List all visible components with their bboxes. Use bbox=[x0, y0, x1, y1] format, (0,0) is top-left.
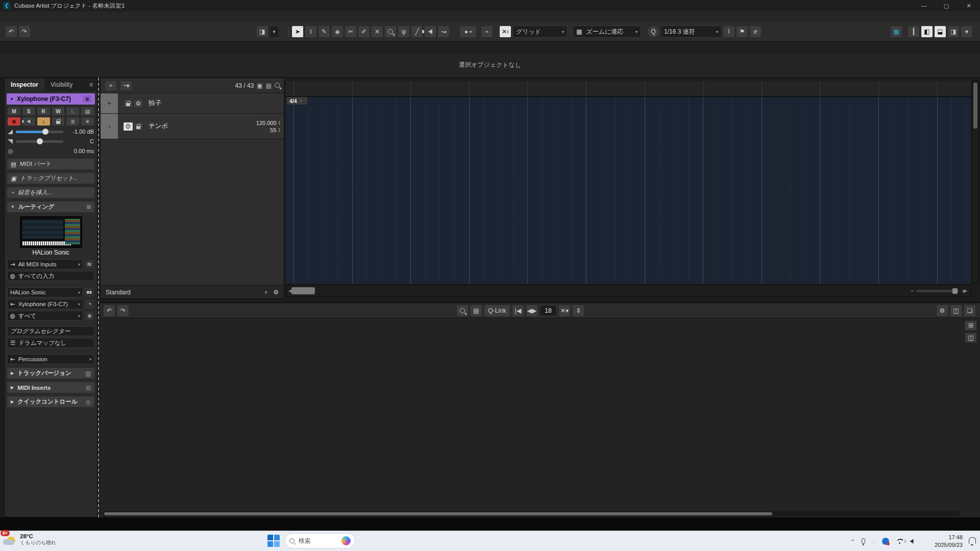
mute-tool[interactable]: ✕ bbox=[371, 26, 383, 38]
range-select-tool[interactable]: I bbox=[305, 26, 317, 38]
tempo-track-row[interactable]: ♪ ⏼ テンポ 120.000▲▼ 55▲▼ bbox=[101, 114, 284, 139]
track-visibility-icon[interactable]: ▣ bbox=[257, 82, 262, 89]
section-midi-part[interactable]: ▤ MIDI パート bbox=[7, 159, 94, 169]
volume-icon[interactable] bbox=[910, 539, 913, 544]
zoom-slider[interactable]: – ＋ bbox=[911, 287, 967, 295]
midi-note-button[interactable]: ♪ bbox=[37, 117, 51, 126]
left-zone-toggle[interactable]: ◧ bbox=[921, 26, 933, 38]
qlink-button[interactable]: Q-Link bbox=[484, 305, 510, 317]
copilot-icon[interactable] bbox=[341, 536, 351, 545]
output-channel-dropdown[interactable]: ◍ すべて▾ bbox=[7, 311, 83, 321]
quantize-edit-icon[interactable]: e bbox=[749, 26, 762, 38]
midi-input-dropdown[interactable]: ⇥ All MIDI Inputs▾ bbox=[7, 259, 83, 269]
wifi-icon[interactable] bbox=[896, 539, 903, 544]
line-tool[interactable]: ╱ bbox=[411, 26, 423, 38]
output-instrument-dropdown[interactable]: HALion Sonic▾ bbox=[7, 287, 83, 297]
section-insert-recording[interactable]: ◔ 録音を挿入... bbox=[7, 187, 94, 198]
mix-undo-button[interactable]: ↶ bbox=[103, 305, 115, 317]
minimize-button[interactable]: — bbox=[913, 0, 935, 11]
undo-button[interactable]: ↶ bbox=[5, 26, 17, 38]
setup-toolbar-icon[interactable]: ▾ bbox=[961, 26, 973, 38]
mix-zoom-icon[interactable]: ✕▾ bbox=[558, 305, 571, 317]
automation-dropdown[interactable]: ▾ bbox=[270, 26, 279, 37]
section-routing[interactable]: ▼ ルーティング ⊞ bbox=[7, 202, 94, 212]
nav-arrows-icon[interactable]: ◀▶ bbox=[526, 305, 538, 317]
play-tool[interactable] bbox=[424, 26, 436, 38]
arrange-vscrollbar[interactable] bbox=[972, 81, 979, 284]
write-button[interactable]: W bbox=[52, 107, 65, 116]
search-box[interactable]: 検索 bbox=[285, 533, 355, 548]
mute-button[interactable]: M bbox=[7, 107, 21, 116]
delay-value[interactable]: 0.00 ms bbox=[66, 148, 94, 154]
notification-bell-icon[interactable] bbox=[969, 537, 976, 544]
routing-extra-icon[interactable]: ⊞ bbox=[87, 204, 91, 210]
glue-tool[interactable]: ✐ bbox=[358, 26, 370, 38]
track-preset-name[interactable]: Standard bbox=[106, 289, 131, 296]
map-output-dropdown[interactable]: ⇤ Percussion▾ bbox=[7, 354, 94, 364]
draw-tool[interactable]: ✎ bbox=[318, 26, 330, 38]
maximize-button[interactable]: ▢ bbox=[935, 0, 958, 11]
redo-button[interactable]: ↷ bbox=[18, 26, 31, 38]
go-first-icon[interactable]: |◀ bbox=[512, 305, 524, 317]
mix-settings-icon[interactable]: ⚙ bbox=[936, 305, 948, 317]
volume-value[interactable]: -1.00 dB bbox=[66, 129, 94, 135]
hand-tool[interactable]: ψ bbox=[398, 26, 410, 38]
track-search-icon[interactable] bbox=[275, 82, 280, 89]
monitor-button[interactable] bbox=[22, 117, 36, 126]
mix-agent-icon[interactable]: ▤ bbox=[470, 305, 482, 317]
read-button[interactable]: R bbox=[37, 107, 51, 116]
section-track-versions[interactable]: ▶ トラックバージョン ▥ bbox=[7, 368, 94, 379]
open-instrument-button[interactable] bbox=[84, 287, 94, 297]
curve-tool[interactable]: ↝ bbox=[437, 26, 450, 38]
bar-display[interactable]: 18 bbox=[540, 305, 557, 316]
snap-toggle[interactable]: ✕‹ bbox=[499, 26, 511, 38]
mixer-hscroll-thumb[interactable] bbox=[104, 512, 772, 515]
quantize-icon[interactable]: Q bbox=[647, 26, 659, 38]
arrange-vscroll-thumb[interactable] bbox=[973, 83, 977, 129]
section-quick-controls[interactable]: ▶ クイックコントロール ◎ bbox=[7, 396, 94, 407]
lower-zone-toggle[interactable]: ⬓ bbox=[934, 26, 946, 38]
pan-value[interactable]: C bbox=[66, 138, 94, 144]
tray-chevron-icon[interactable]: ⌃ bbox=[850, 539, 854, 544]
track-edit-button[interactable]: e bbox=[83, 95, 92, 103]
inspector-panel-toggle[interactable]: ▕▏ bbox=[908, 26, 920, 38]
tab-visibility[interactable]: Visibility bbox=[44, 78, 79, 91]
tempo-value[interactable]: 120.000 bbox=[256, 120, 277, 126]
nudge-icon[interactable]: ⌁ bbox=[481, 26, 493, 38]
timesig-lock-button[interactable] bbox=[123, 99, 133, 108]
arrange-hscrollbar[interactable]: ◀ ▶ bbox=[286, 285, 971, 297]
program-selector[interactable]: プログラムセレクター bbox=[7, 326, 94, 336]
snap-type-dropdown[interactable]: グリッド▾ bbox=[512, 26, 568, 38]
timeline-ruler[interactable] bbox=[286, 81, 971, 97]
track-preset-button[interactable]: ◔▾ bbox=[120, 81, 132, 91]
listen-button[interactable]: L bbox=[66, 107, 80, 116]
rack-down-icon[interactable]: ◫ bbox=[965, 333, 977, 343]
solo-button[interactable]: S bbox=[22, 107, 36, 116]
timesig-track-row[interactable]: ÷ ⚙ 拍子 bbox=[101, 93, 284, 114]
timesig-setup-button[interactable]: ⚙ bbox=[133, 99, 143, 108]
mix-redo-button[interactable]: ↷ bbox=[117, 305, 129, 317]
tempo-lock-button[interactable] bbox=[133, 122, 143, 131]
event-display-grid[interactable] bbox=[286, 97, 971, 284]
inspector-menu-icon[interactable]: ≡ bbox=[89, 81, 97, 88]
record-enable-button[interactable] bbox=[7, 117, 21, 126]
output-port-dropdown[interactable]: ⇤ Xylophone (F3-C7)▾ bbox=[7, 299, 83, 309]
close-button[interactable]: ✕ bbox=[958, 0, 980, 11]
zoom-slider-thumb[interactable] bbox=[952, 288, 958, 294]
onedrive-icon[interactable] bbox=[882, 538, 889, 545]
zoom-in-icon[interactable]: ＋ bbox=[961, 287, 967, 295]
quantize-panel-icon[interactable]: ⚑ bbox=[736, 26, 748, 38]
split-tool[interactable]: ✂ bbox=[345, 26, 357, 38]
selected-track-header[interactable]: ▼ Xylophone (F3-C7) e bbox=[7, 93, 95, 105]
midi-input-channel[interactable]: ◍ すべての入力 bbox=[7, 271, 94, 281]
lane-display-button[interactable]: ≣ bbox=[66, 117, 80, 126]
freeze-button[interactable]: ✳ bbox=[81, 117, 94, 126]
location-icon[interactable]: ◌ bbox=[872, 538, 875, 545]
drum-map-dropdown[interactable]: ☰ ドラムマップなし bbox=[7, 338, 94, 348]
grid-overlay-icon[interactable]: ▦ bbox=[890, 26, 902, 38]
quantize-dropdown[interactable]: 1/16 3 連符▾ bbox=[660, 26, 722, 38]
right-zone-toggle[interactable]: ◨ bbox=[947, 26, 960, 38]
mix-window-icon[interactable]: ◫ bbox=[950, 305, 962, 317]
lock-button[interactable] bbox=[52, 117, 65, 126]
mix-find-icon[interactable] bbox=[456, 305, 469, 317]
